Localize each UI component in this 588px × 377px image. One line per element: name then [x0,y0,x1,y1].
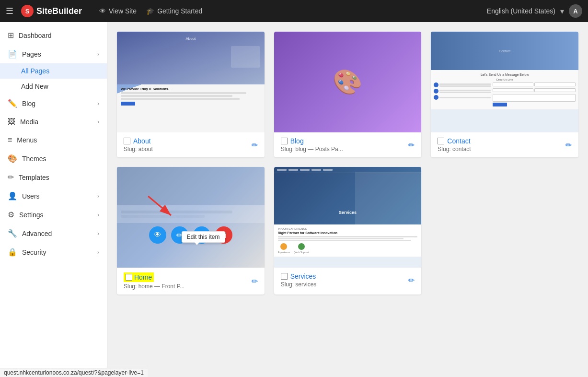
sidebar-item-label: Security [22,248,46,256]
about-banner-text: About [185,36,196,41]
edit-tooltip: Edit this item [182,231,225,243]
about-people-image [231,46,260,68]
page-card-about: About We Provide Truly IT Solutions. [117,32,265,157]
sidebar-item-users[interactable]: 👤 Users › [0,187,107,205]
contact-right [493,82,576,106]
contact-left [434,82,490,106]
topbar-nav: 👁 View Site 🎓 Getting Started [99,7,202,15]
pages-icon: 📄 [8,49,17,59]
page-checkbox-home[interactable] [126,274,132,281]
language-selector[interactable]: English (United States) [487,7,555,15]
avatar[interactable]: A [569,4,582,18]
chevron-right-icon: › [97,230,99,237]
contact-field-name [493,82,534,86]
sidebar-item-themes[interactable]: 🎨 Themes [0,149,107,168]
page-edit-button-about[interactable]: ✏ [252,141,258,150]
blog-palette-icon: 🎨 [333,68,362,96]
phone-icon [434,95,438,100]
about-cta-btn [121,102,135,106]
settings-icon: ⚙ [8,210,14,219]
graduation-icon: 🎓 [146,7,154,15]
contact-field-email [493,88,534,92]
page-name-about: About [124,137,153,145]
contact-submit-btn [493,103,507,106]
page-checkbox-services[interactable] [281,273,288,280]
red-arrow-svg [143,194,182,223]
main-layout: ⊞ Dashboard 📄 Pages › All Pages Add New … [0,22,588,377]
url-bar: quest.nhkcenturionoos.co.za/quest/?&page… [0,368,148,377]
sidebar-item-label: Users [22,192,40,200]
sidebar-item-media[interactable]: 🖼 Media › [0,113,107,131]
sidebar-item-pages[interactable]: 📄 Pages › [0,45,107,63]
sidebar-item-label: Themes [22,155,46,163]
thumbnail-blog: 🎨 [274,32,422,132]
sidebar-item-blog[interactable]: ✏️ Blog › [0,94,107,113]
nav-dot [300,169,310,171]
experience-label: Experience [278,251,290,254]
experience-icon [280,243,287,250]
page-edit-button-blog[interactable]: ✏ [408,141,415,150]
services-hero-image [355,172,421,224]
page-slug-contact: Slug: contact [438,146,471,153]
about-headline: We Provide Truly IT Solutions. [121,87,261,91]
blog-icon: ✏️ [8,99,17,108]
contact-content: Let's Send Us a Message Below Drop Us Li… [431,70,578,109]
page-card-info-blog: Blog Slug: blog — Posts Pa... [281,137,343,153]
page-checkbox-blog[interactable] [281,138,288,144]
contact-phone [434,95,490,100]
page-label-about: About [133,137,151,145]
contact-form-area [434,82,576,106]
page-slug-about: Slug: about [124,146,153,153]
view-site-button[interactable]: 👁 View Site [99,7,137,15]
page-edit-button-contact[interactable]: ✏ [565,141,572,150]
sidebar-item-advanced[interactable]: 🔧 Advanced › [0,224,107,243]
pages-grid: About We Provide Truly IT Solutions. [117,32,578,295]
thumbnail-contact: Contact Let's Send Us a Message Below Dr… [431,32,578,132]
about-thumbnail-top: About [117,32,265,84]
sidebar-item-label: Blog [22,100,35,107]
getting-started-button[interactable]: 🎓 Getting Started [146,7,202,15]
support-icon [298,243,305,250]
page-card-contact: Contact Let's Send Us a Message Below Dr… [431,32,578,157]
page-checkbox-contact[interactable] [438,138,444,144]
sidebar-subitem-all-pages[interactable]: All Pages [0,63,107,79]
sidebar-item-label: Templates [19,174,49,181]
support-label: Quick Support [294,251,309,254]
content-area: About We Provide Truly IT Solutions. [107,22,588,377]
chevron-right-icon: › [97,249,99,256]
view-page-button[interactable]: 👁 [149,226,166,244]
sidebar-item-templates[interactable]: ✏ Templates [0,168,107,187]
sidebar-subitem-label: Add New [21,82,48,90]
sidebar-item-label: Advanced [22,230,52,237]
about-lines [121,92,261,100]
page-card-footer-blog: Blog Slug: blog — Posts Pa... ✏ [274,132,422,157]
dashboard-icon: ⊞ [8,31,14,40]
sidebar-item-settings[interactable]: ⚙ Settings › [0,205,107,224]
hamburger-icon[interactable]: ☰ [6,6,13,16]
sidebar-item-label: Settings [19,211,44,219]
brand-name: SiteBuilder [36,6,82,16]
contact-message-field [493,94,576,102]
svg-line-1 [148,196,171,215]
thumbnail-services: Services IN OUR EXPERIENCE Right Partner… [274,167,422,268]
sidebar-item-label: Menus [17,136,37,144]
page-checkbox-about[interactable] [124,138,130,144]
page-card-blog: 🎨 Blog Slug: blog — Posts Pa... ✏ [274,32,422,157]
page-edit-button-home[interactable]: ✏ [252,277,258,286]
nav-dot [311,169,321,171]
themes-icon: 🎨 [8,154,17,163]
sidebar-subitem-add-new[interactable]: Add New [0,79,107,94]
sidebar-item-menus[interactable]: ≡ Menus [0,131,107,149]
language-chevron: ▾ [560,7,564,16]
thumbnail-about: About We Provide Truly IT Solutions. [117,32,265,132]
page-name-blog: Blog [281,137,343,145]
page-card-services: Services IN OUR EXPERIENCE Right Partner… [274,167,422,295]
sidebar-subitem-label: All Pages [21,67,49,75]
page-edit-button-services[interactable]: ✏ [408,276,415,285]
sidebar-item-security[interactable]: 🔒 Security › [0,243,107,261]
sidebar: ⊞ Dashboard 📄 Pages › All Pages Add New … [0,22,107,377]
getting-started-label: Getting Started [157,7,202,15]
sidebar-item-dashboard[interactable]: ⊞ Dashboard [0,26,107,45]
services-subtitle: IN OUR EXPERIENCE [278,227,418,230]
chevron-right-icon: › [97,193,99,200]
